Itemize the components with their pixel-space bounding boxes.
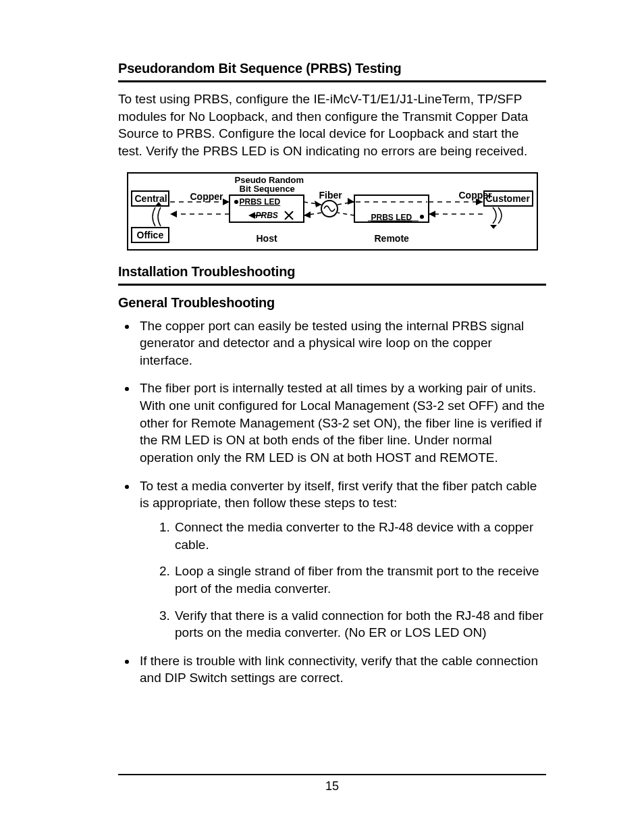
list-item: If there is trouble with link connectivi… bbox=[137, 652, 546, 687]
diagram-wrapper: Pseudo Random Bit Sequence Central Offic… bbox=[118, 172, 546, 251]
document-page: Pseudorandom Bit Sequence (PRBS) Testing… bbox=[0, 0, 644, 834]
heading-prbs-testing: Pseudorandom Bit Sequence (PRBS) Testing bbox=[118, 61, 546, 76]
subheading-general-troubleshooting: General Troubleshooting bbox=[118, 295, 546, 311]
troubleshooting-list: The copper port can easily be tested usi… bbox=[118, 317, 546, 687]
diagram-label-central: Central bbox=[135, 193, 167, 204]
list-item: The copper port can easily be tested usi… bbox=[137, 317, 546, 369]
svg-marker-11 bbox=[248, 212, 255, 219]
diagram-label-prbs: PRBS bbox=[256, 211, 278, 220]
svg-marker-6 bbox=[170, 211, 177, 217]
heading-rule-2 bbox=[118, 284, 546, 286]
heading-rule bbox=[118, 80, 546, 82]
diagram-svg bbox=[128, 174, 537, 249]
step-item: Verify that there is a valid connection … bbox=[173, 607, 546, 642]
list-item: The fiber port is internally tested at a… bbox=[137, 380, 546, 466]
prbs-diagram: Pseudo Random Bit Sequence Central Offic… bbox=[127, 172, 538, 251]
diagram-label-copper-left: Copper bbox=[190, 191, 223, 202]
svg-point-24 bbox=[420, 215, 424, 219]
diagram-label-fiber: Fiber bbox=[319, 190, 342, 201]
page-footer: 15 bbox=[118, 774, 546, 793]
diagram-label-prbs-led-left: PRBS LED bbox=[240, 197, 281, 207]
svg-marker-4 bbox=[223, 199, 230, 205]
svg-point-8 bbox=[234, 200, 238, 204]
heading-installation-troubleshooting: Installation Troubleshooting bbox=[118, 264, 546, 280]
diagram-label-prbs-led-right: PRBS LED bbox=[371, 213, 412, 222]
svg-line-20 bbox=[338, 213, 354, 215]
diagram-label-customer: Customer bbox=[486, 193, 530, 204]
diagram-label-host: Host bbox=[257, 233, 277, 244]
diagram-label-remote: Remote bbox=[375, 233, 409, 244]
svg-marker-17 bbox=[304, 211, 311, 218]
diagram-title-2: Bit Sequence bbox=[240, 184, 295, 194]
steps-list: Connect the media converter to the RJ-48… bbox=[140, 519, 546, 642]
paragraph-prbs-intro: To test using PRBS, configure the IE-iMc… bbox=[118, 90, 546, 160]
footer-rule bbox=[118, 774, 546, 775]
diagram-label-office: Office bbox=[137, 230, 164, 240]
svg-marker-15 bbox=[315, 201, 321, 207]
step-item: Connect the media converter to the RJ-48… bbox=[173, 519, 546, 553]
svg-marker-19 bbox=[348, 198, 354, 205]
page-number: 15 bbox=[118, 779, 546, 793]
svg-marker-30 bbox=[490, 225, 497, 229]
step-item: Loop a single strand of fiber from the t… bbox=[173, 563, 546, 597]
svg-marker-28 bbox=[429, 211, 435, 217]
list-item-text: To test a media converter by itself, fir… bbox=[140, 479, 537, 511]
list-item: To test a media converter by itself, fir… bbox=[137, 477, 546, 642]
